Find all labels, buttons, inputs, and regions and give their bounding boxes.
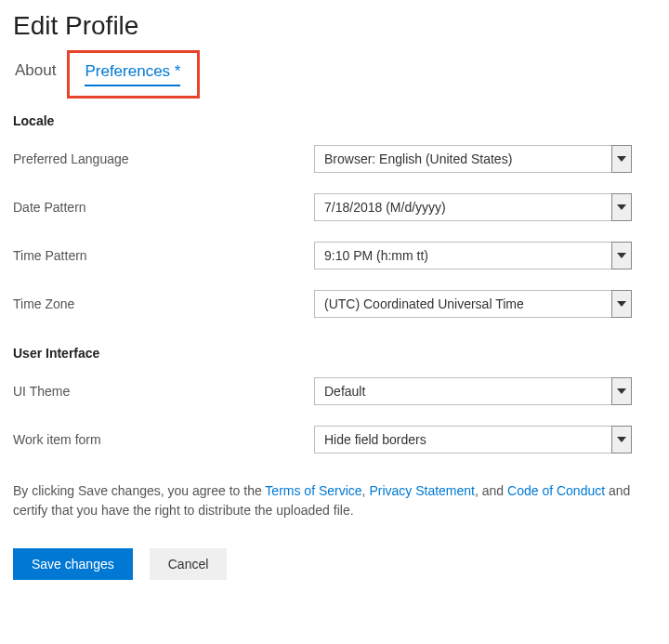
- field-time-zone: Time Zone (UTC) Coordinated Universal Ti…: [13, 290, 656, 318]
- label-time-pattern: Time Pattern: [13, 248, 314, 263]
- tab-preferences[interactable]: Preferences *: [85, 59, 180, 86]
- cancel-button[interactable]: Cancel: [150, 548, 228, 580]
- field-date-pattern: Date Pattern 7/18/2018 (M/d/yyyy): [13, 193, 656, 221]
- select-work-item-form[interactable]: Hide field borders: [314, 426, 632, 453]
- section-ui: User Interface UI Theme Default Work ite…: [13, 346, 656, 453]
- save-button[interactable]: Save changes: [13, 548, 133, 580]
- select-ui-theme[interactable]: Default: [314, 377, 632, 405]
- tab-highlight-box: Preferences *: [67, 50, 200, 99]
- agreement-prefix: By clicking Save changes, you agree to t…: [13, 483, 265, 498]
- field-time-pattern: Time Pattern 9:10 PM (h:mm tt): [13, 242, 656, 269]
- agreement-text: By clicking Save changes, you agree to t…: [13, 481, 656, 520]
- field-work-item-form: Work item form Hide field borders: [13, 426, 656, 453]
- section-locale: Locale Preferred Language Browser: Engli…: [13, 113, 656, 318]
- label-work-item-form: Work item form: [13, 432, 314, 447]
- field-language: Preferred Language Browser: English (Uni…: [13, 145, 656, 173]
- select-time-pattern[interactable]: 9:10 PM (h:mm tt): [314, 242, 632, 269]
- page-title: Edit Profile: [13, 11, 656, 41]
- label-language: Preferred Language: [13, 151, 314, 166]
- field-ui-theme: UI Theme Default: [13, 377, 656, 405]
- label-date-pattern: Date Pattern: [13, 200, 314, 215]
- section-title-ui: User Interface: [13, 346, 656, 361]
- select-language[interactable]: Browser: English (United States): [314, 145, 632, 173]
- tab-about[interactable]: About: [15, 58, 56, 87]
- section-title-locale: Locale: [13, 113, 656, 128]
- label-time-zone: Time Zone: [13, 296, 314, 311]
- tabs: About Preferences *: [13, 58, 656, 87]
- agreement-sep2: , and: [475, 483, 507, 498]
- link-code-of-conduct[interactable]: Code of Conduct: [507, 483, 605, 498]
- link-privacy-statement[interactable]: Privacy Statement: [369, 483, 475, 498]
- select-date-pattern[interactable]: 7/18/2018 (M/d/yyyy): [314, 193, 632, 221]
- button-row: Save changes Cancel: [13, 548, 656, 580]
- link-terms-of-service[interactable]: Terms of Service: [265, 483, 361, 498]
- label-ui-theme: UI Theme: [13, 384, 314, 399]
- select-time-zone[interactable]: (UTC) Coordinated Universal Time: [314, 290, 632, 318]
